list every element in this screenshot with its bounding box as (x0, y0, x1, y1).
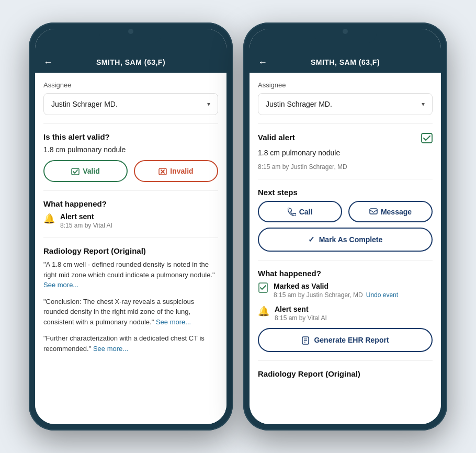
divider-2a (258, 123, 433, 124)
phone-header-2: ← SMITH, SAM (63,F) (250, 52, 441, 73)
divider-1b (43, 190, 218, 191)
divider-2c (258, 260, 433, 261)
generate-ehr-button[interactable]: Generate EHR Report (258, 328, 433, 352)
camera-1 (128, 29, 133, 34)
mark-complete-button[interactable]: ✓ Mark As Complete (258, 228, 433, 252)
divider-1a (43, 123, 218, 124)
phone-2: ← SMITH, SAM (63,F) Assignee Justin Schr… (243, 22, 447, 431)
valid-alert-text: 1.8 cm pulmonary nodule (258, 149, 433, 157)
notch-1 (99, 29, 162, 43)
alert-validity-title: Is this alert valid? (43, 132, 218, 141)
divider-2b (258, 179, 433, 179)
call-icon (288, 207, 296, 216)
assignee-label-2: Assignee (258, 81, 433, 89)
assignee-dropdown-1[interactable]: Justin Schrager MD. ▾ (43, 93, 218, 115)
invalid-button[interactable]: Invalid (134, 160, 218, 182)
alert-validity-text: 1.8 cm pulmonary nodule (43, 145, 218, 154)
valid-icon (71, 166, 80, 176)
what-happened-section-1: What happened? 🔔 Alert sent 8:15 am by V… (43, 199, 218, 229)
check-doc-icon (258, 282, 268, 296)
message-icon (369, 207, 378, 216)
event-meta-1: 8:15 am by Vital AI (60, 222, 112, 229)
bell-icon-1: 🔔 (43, 213, 55, 224)
invalid-icon (158, 166, 167, 175)
phone-content-2: Assignee Justin Schrager MD. ▾ Valid ale… (250, 73, 441, 424)
assignee-label-1: Assignee (43, 81, 218, 89)
event-meta-marked-valid: 8:15 am by Justin Schrager, MD Undo even… (274, 291, 398, 299)
report-para-3: "Further characterization with a dedicat… (43, 333, 218, 354)
valid-check-icon (421, 132, 433, 146)
phone-1: ← SMITH, SAM (63,F) Assignee Justin Schr… (29, 22, 233, 431)
report-para-2: "Conclusion: The chest X-ray reveals a s… (43, 297, 218, 327)
see-more-1a[interactable]: See more... (43, 281, 78, 289)
phone-header-1: ← SMITH, SAM (63,F) (35, 52, 226, 73)
next-steps-title: Next steps (258, 188, 433, 197)
valid-alert-header: Valid alert (258, 132, 433, 146)
assignee-value-1: Justin Schrager MD. (51, 100, 118, 108)
valid-alert-title: Valid alert (258, 133, 295, 142)
call-message-row: Call Message (258, 201, 433, 222)
document-icon (301, 335, 310, 344)
notch-bar-1 (35, 29, 226, 52)
divider-1c (43, 237, 218, 238)
alert-validity-section: Is this alert valid? 1.8 cm pulmonary no… (43, 132, 218, 182)
chevron-down-icon-1: ▾ (207, 100, 210, 108)
what-happened-title-1: What happened? (43, 199, 218, 208)
radiology-report-section-2: Radiology Report (Original) (258, 369, 433, 378)
divider-2d (258, 360, 433, 361)
valid-alert-meta: 8:15 am by Justin Schrager, MD (258, 163, 433, 171)
radiology-title-2: Radiology Report (Original) (258, 369, 433, 378)
what-happened-section-2: What happened? Marked as Valid 8:15 am b (258, 269, 433, 322)
header-title-2: SMITH, SAM (63,F) (311, 58, 380, 66)
undo-event-link[interactable]: Undo event (366, 291, 398, 299)
event-title-marked-valid: Marked as Valid (274, 282, 398, 290)
message-button[interactable]: Message (348, 201, 433, 222)
valid-button[interactable]: Valid (43, 160, 128, 182)
chevron-down-icon-2: ▾ (422, 100, 425, 108)
phone-content-1: Assignee Justin Schrager MD. ▾ Is this a… (35, 73, 226, 424)
event-alert-sent-2: 🔔 Alert sent 8:15 am by Vital AI (258, 305, 433, 322)
assignee-value-2: Justin Schrager MD. (266, 100, 332, 108)
checkmark-icon: ✓ (308, 235, 315, 244)
event-title-2: Alert sent (275, 305, 327, 313)
validity-buttons: Valid Invalid (43, 160, 218, 182)
assignee-section-2: Assignee Justin Schrager MD. ▾ (258, 81, 433, 115)
event-meta-2: 8:15 am by Vital AI (275, 314, 327, 322)
back-button-1[interactable]: ← (43, 57, 53, 68)
event-title-1: Alert sent (60, 212, 112, 221)
radiology-report-section-1: Radiology Report (Original) "A 1.8 cm we… (43, 246, 218, 354)
back-button-2[interactable]: ← (258, 57, 267, 68)
assignee-dropdown-2[interactable]: Justin Schrager MD. ▾ (258, 93, 433, 115)
bell-icon-2: 🔔 (258, 305, 269, 317)
camera-2 (343, 29, 348, 34)
report-para-1: "A 1.8 cm well - defined rounded density… (43, 259, 218, 290)
event-alert-sent-1: 🔔 Alert sent 8:15 am by Vital AI (43, 212, 218, 229)
next-steps-section: Next steps Call (258, 188, 433, 252)
notch-2 (314, 29, 377, 43)
valid-alert-section: Valid alert 1.8 cm pulmonary nodule 8:15… (258, 132, 433, 171)
call-button[interactable]: Call (258, 201, 342, 222)
see-more-1c[interactable]: See more... (93, 345, 128, 353)
radiology-title-1: Radiology Report (Original) (43, 246, 218, 255)
see-more-1b[interactable]: See more... (156, 318, 191, 326)
notch-bar-2 (250, 29, 441, 52)
svg-rect-5 (370, 209, 377, 214)
event-marked-valid: Marked as Valid 8:15 am by Justin Schrag… (258, 282, 433, 299)
what-happened-title-2: What happened? (258, 269, 433, 278)
assignee-section-1: Assignee Justin Schrager MD. ▾ (43, 81, 218, 115)
header-title-1: SMITH, SAM (63,F) (96, 58, 165, 66)
